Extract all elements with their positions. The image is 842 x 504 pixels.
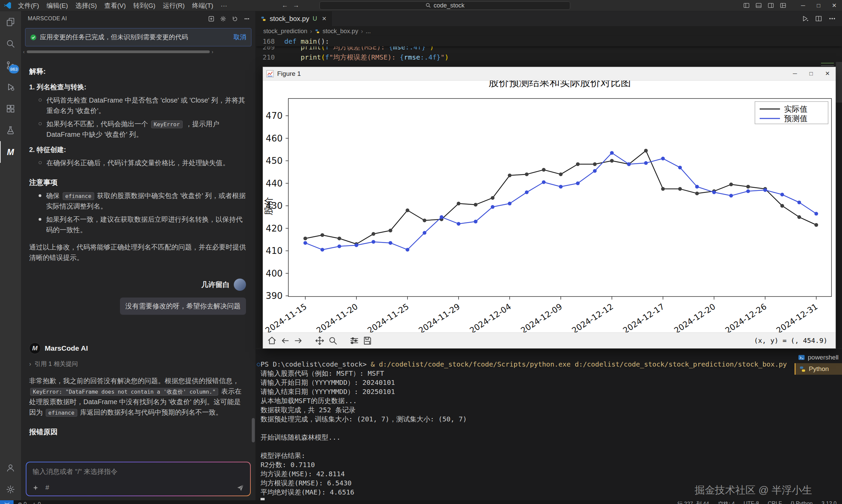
toggle-panel-icon[interactable] <box>755 2 762 9</box>
figure-maximize-button[interactable]: □ <box>803 67 819 80</box>
status-item[interactable]: △ 0 <box>32 501 41 504</box>
split-editor-icon[interactable] <box>815 15 822 22</box>
problems-summary[interactable]: ⊗ 0△ 0 <box>18 501 41 504</box>
cancel-link[interactable]: 取消 <box>234 33 246 42</box>
terminal-line: 请输入股票代码（例如: MSFT）: MSFT <box>261 369 842 378</box>
editor-scrollbar[interactable] <box>836 62 842 103</box>
scrollbar-thumb[interactable] <box>27 50 210 53</box>
quote-toggle[interactable]: › 引用 1 相关提问 <box>29 359 246 369</box>
subplots-config-icon[interactable] <box>349 336 359 346</box>
toggle-sidebar-icon[interactable] <box>743 2 750 9</box>
breadcrumb-file[interactable]: stock_box.py <box>323 28 358 35</box>
history-icon[interactable] <box>232 16 238 22</box>
tab-stock-box[interactable]: stock_box.py U ✕ <box>256 11 332 26</box>
terminal-output[interactable]: PS D:\codelist\code_stock> & d:/codelist… <box>256 349 842 504</box>
breadcrumb-symbol[interactable]: ... <box>366 28 371 35</box>
terminal-tab-powershell[interactable]: powershell <box>794 352 842 363</box>
code-line: 168def main(): <box>256 36 842 47</box>
search-sidebar-icon[interactable] <box>0 33 21 54</box>
svg-text:410: 410 <box>265 246 282 256</box>
account-icon[interactable] <box>0 457 21 479</box>
extensions-icon[interactable] <box>0 98 21 120</box>
send-icon[interactable] <box>237 484 244 491</box>
status-item[interactable]: 3.12.0 <box>822 501 837 504</box>
run-python-file-icon[interactable] <box>801 15 809 22</box>
remote-indicator-icon[interactable]: >< <box>0 500 14 504</box>
settings-gear-icon[interactable] <box>0 479 21 500</box>
notice-scrollbar[interactable]: ‹ › <box>23 49 254 54</box>
menu-item[interactable]: 查看(V) <box>101 0 130 11</box>
explorer-icon[interactable] <box>0 11 21 33</box>
back-icon[interactable] <box>280 336 290 346</box>
editor-more-icon[interactable] <box>828 15 836 22</box>
menu-item[interactable]: 转到(G) <box>130 0 159 11</box>
testing-icon[interactable] <box>0 120 21 141</box>
breadcrumb-folder[interactable]: stock_prediction <box>263 28 307 35</box>
tab-close-icon[interactable]: ✕ <box>322 15 327 22</box>
pan-icon[interactable] <box>315 336 325 346</box>
toggle-secondary-sidebar-icon[interactable] <box>768 2 774 9</box>
cursor-coordinates: (x, y) = (, 454.9) <box>754 337 827 345</box>
zoom-icon[interactable] <box>328 336 338 346</box>
home-icon[interactable] <box>267 336 277 346</box>
chat-input[interactable] <box>33 468 244 475</box>
scroll-left-icon[interactable]: ‹ <box>23 49 25 54</box>
skills-icon[interactable] <box>33 485 39 491</box>
chat-scrollbar[interactable] <box>252 418 255 443</box>
menu-item[interactable]: 运行(R) <box>159 0 188 11</box>
terminal-line: 数据预处理完成，训练集大小: (201, 7)，测试集大小: (50, 7) <box>261 415 842 424</box>
chat-input-box[interactable]: # <box>26 462 251 496</box>
customize-layout-icon[interactable] <box>780 2 787 9</box>
status-item[interactable]: UTF-8 <box>743 501 759 504</box>
menu-item[interactable]: 文件(F) <box>14 0 43 11</box>
marscode-ai-icon[interactable]: M <box>0 141 21 163</box>
chat-steps: 1. 列名检查与转换:代码首先检查 DataFrame 中是否包含 'close… <box>29 82 246 168</box>
status-item[interactable]: 空格: 4 <box>718 501 735 504</box>
forward-icon[interactable] <box>293 336 303 346</box>
nav-back-icon[interactable]: ← <box>281 2 288 9</box>
window-minimize-button[interactable]: ─ <box>795 0 811 11</box>
status-item[interactable]: ⊗ 0 <box>18 501 27 504</box>
check-icon <box>30 34 37 41</box>
figure-close-button[interactable]: ✕ <box>819 67 836 80</box>
new-chat-icon[interactable] <box>208 16 214 22</box>
more-icon[interactable] <box>244 16 250 22</box>
terminal-line: PS D:\codelist\code_stock> & d:/codelist… <box>261 360 842 369</box>
menu-item[interactable]: 选择(S) <box>72 0 101 11</box>
menu-item[interactable]: 终端(T) <box>188 0 217 11</box>
chat-step-title: 2. 特征创建: <box>29 145 246 155</box>
breadcrumb: stock_prediction › stock_box.py › ... <box>256 26 842 36</box>
status-item[interactable]: CRLF <box>768 501 782 504</box>
svg-text:2024-12-20: 2024-12-20 <box>672 302 717 332</box>
terminal-panel[interactable]: PS D:\codelist\code_stock> & d:/codelist… <box>256 349 842 500</box>
nav-forward-icon[interactable]: → <box>293 2 299 9</box>
save-icon[interactable] <box>363 336 372 346</box>
window-close-button[interactable]: ✕ <box>826 0 842 11</box>
search-value: code_stock <box>434 2 465 9</box>
menu-item[interactable]: 编辑(E) <box>43 0 71 11</box>
status-item[interactable]: {} Python <box>791 501 813 504</box>
svg-text:2024-12-31: 2024-12-31 <box>775 302 819 332</box>
svg-text:390: 390 <box>265 291 282 301</box>
figure-chart[interactable]: 股价预测结果和实际股价对比图股价390400410420430440450460… <box>263 80 836 332</box>
scroll-right-icon[interactable]: › <box>212 49 213 54</box>
panel-settings-icon[interactable] <box>220 16 226 22</box>
status-item[interactable]: 行 227, 列 44 <box>677 501 709 504</box>
window-maximize-button[interactable]: □ <box>811 0 826 11</box>
terminal-line: 请输入结束日期（YYYYMMDD）: 20250101 <box>261 387 842 396</box>
context-hash-icon[interactable]: # <box>46 484 49 491</box>
figure-titlebar[interactable]: Figure 1 ─ □ ✕ <box>263 67 836 80</box>
figure-window[interactable]: Figure 1 ─ □ ✕ 股价预测结果和实际股价对比图股价390400410… <box>263 67 836 349</box>
terminal-line: R2分数: 0.7110 <box>261 460 842 469</box>
chart-title: 股价预测结果和实际股价对比图 <box>488 80 631 88</box>
command-center-search[interactable]: code_stock <box>320 1 570 10</box>
terminal-tab-python[interactable]: Python <box>794 363 842 375</box>
menu-item[interactable]: ··· <box>217 0 231 11</box>
svg-text:2024-11-15: 2024-11-15 <box>263 302 308 332</box>
source-control-icon[interactable]: 863 <box>0 54 21 76</box>
run-debug-icon[interactable] <box>0 76 21 98</box>
code-viewport[interactable]: 168def main(): 209 print(f"均方误差(MSE): {m… <box>256 36 842 67</box>
python-icon <box>799 365 806 373</box>
panel-title: MARSCODE AI <box>28 16 67 22</box>
figure-minimize-button[interactable]: ─ <box>787 67 803 80</box>
